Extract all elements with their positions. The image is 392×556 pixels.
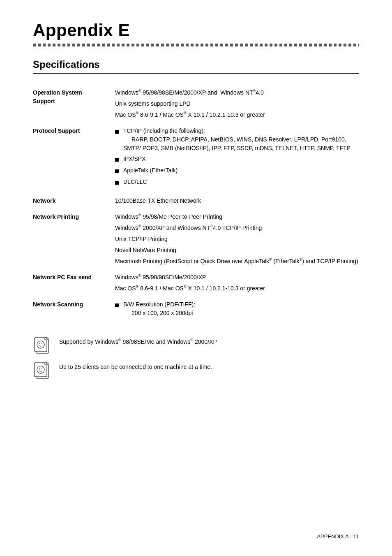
- bullet-icon: [115, 178, 123, 187]
- sub-text: RARP, BOOTP, DHCP, APIPA, NetBIOS, WINS,…: [123, 136, 350, 151]
- value-row: Unix TCP/IP Printing: [115, 235, 359, 243]
- list-item-text: B/W Resolution (PDF/TIFF): 200 x 100, 20…: [123, 300, 195, 317]
- bullet-icon: [115, 127, 123, 136]
- value-row: Mac OS® 8.6-9.1 / Mac OS® X 10.1 / 10.2.…: [115, 111, 359, 119]
- dotted-decoration: [33, 44, 359, 46]
- sub-text: 200 x 100, 200 x 200dpi: [123, 310, 193, 316]
- page-number: APPENDIX A - 11: [317, 533, 359, 540]
- note-icon-2: [33, 361, 53, 380]
- svg-point-11: [42, 368, 42, 369]
- list-item: AppleTalk (EtherTalk): [115, 166, 359, 176]
- list-item: TCP/IP (including the following): RARP, …: [115, 127, 359, 153]
- list-item-text: TCP/IP (including the following): RARP, …: [123, 127, 359, 153]
- bullet-icon: [115, 167, 123, 176]
- spec-value: 10/100Base-TX Ethernet Network: [115, 193, 359, 209]
- notes-section: Supported by Windows® 98/98SE/Me and Win…: [33, 336, 359, 380]
- svg-point-10: [39, 368, 40, 369]
- spec-label: Network PC Fax send: [33, 270, 115, 297]
- list-item-text: AppleTalk (EtherTalk): [123, 166, 178, 175]
- specs-table: Operation SystemSupport Windows® 95/98/9…: [33, 85, 359, 324]
- list-item: DLC/LLC: [115, 178, 359, 187]
- value-row: Mac OS® 8.6-9.1 / Mac OS® X 10.1 / 10.2.…: [115, 284, 359, 293]
- svg-point-3: [39, 343, 40, 344]
- table-row: Network Scanning B/W Resolution (PDF/TIF…: [33, 297, 359, 324]
- bullet-icon: [115, 155, 123, 164]
- spec-value: Windows® 95/98/98SE/Me/2000/XP Mac OS® 8…: [115, 270, 359, 297]
- note-item: Supported by Windows® 98/98SE/Me and Win…: [33, 336, 359, 354]
- spec-label: Protocol Support: [33, 123, 115, 193]
- table-row: Operation SystemSupport Windows® 95/98/9…: [33, 85, 359, 123]
- note-icon-1: [33, 336, 53, 354]
- value-row: Windows® 95/98/98SE/Me/2000/XP and Windo…: [115, 88, 359, 97]
- value-row: 10/100Base-TX Ethernet Network: [115, 197, 359, 205]
- spec-value: Windows® 95/98/Me Peer-to-Peer Printing …: [115, 209, 359, 270]
- note-item: Up to 25 clients can be connected to one…: [33, 361, 359, 380]
- table-row: Protocol Support TCP/IP (including the f…: [33, 123, 359, 193]
- value-row: Macintosh Printing (PostScript or Quick …: [115, 257, 359, 266]
- note-text-1: Supported by Windows® 98/98SE/Me and Win…: [59, 336, 217, 346]
- value-row: Windows® 2000/XP and Windows NT®4.0 TCP/…: [115, 224, 359, 232]
- page: Appendix E Specifications Operation: [0, 0, 392, 556]
- section-title: Specifications: [33, 59, 359, 70]
- table-row: Network Printing Windows® 95/98/Me Peer-…: [33, 209, 359, 270]
- spec-value: Windows® 95/98/98SE/Me/2000/XP and Windo…: [115, 85, 359, 123]
- spec-value: TCP/IP (including the following): RARP, …: [115, 123, 359, 193]
- value-row: Windows® 95/98/98SE/Me/2000/XP: [115, 273, 359, 282]
- bullet-list: B/W Resolution (PDF/TIFF): 200 x 100, 20…: [115, 300, 359, 317]
- spec-label: Network: [33, 193, 115, 209]
- list-item-text: DLC/LLC: [123, 178, 147, 186]
- table-row: Network PC Fax send Windows® 95/98/98SE/…: [33, 270, 359, 297]
- list-item: B/W Resolution (PDF/TIFF): 200 x 100, 20…: [115, 300, 359, 317]
- spec-label: Network Printing: [33, 209, 115, 270]
- spec-value: B/W Resolution (PDF/TIFF): 200 x 100, 20…: [115, 297, 359, 324]
- list-item-text: IPX/SPX: [123, 155, 145, 163]
- table-row: Network 10/100Base-TX Ethernet Network: [33, 193, 359, 209]
- spec-label: Operation SystemSupport: [33, 85, 115, 123]
- section-divider: [33, 73, 359, 74]
- value-row: Novell NetWare Printing: [115, 246, 359, 255]
- note-text-2: Up to 25 clients can be connected to one…: [59, 361, 212, 371]
- list-item: IPX/SPX: [115, 155, 359, 164]
- bullet-icon: [115, 301, 123, 310]
- svg-point-4: [42, 343, 42, 344]
- bullet-list: TCP/IP (including the following): RARP, …: [115, 127, 359, 187]
- appendix-title: Appendix E: [33, 21, 359, 40]
- spec-label-network-scanning: Network Scanning: [33, 297, 115, 324]
- value-row: Windows® 95/98/Me Peer-to-Peer Printing: [115, 213, 359, 221]
- value-row: Unix systems supporting LPD: [115, 100, 359, 108]
